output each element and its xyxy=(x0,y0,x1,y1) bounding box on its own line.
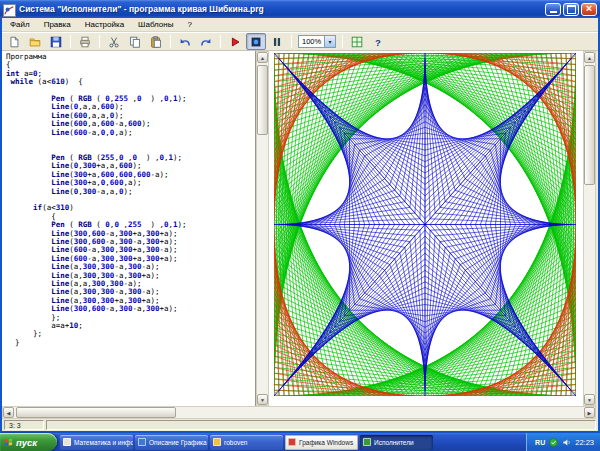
start-label: пуск xyxy=(16,437,37,448)
task-button-2[interactable]: roboven xyxy=(210,435,283,450)
menu-item-2[interactable]: Настройка xyxy=(78,19,131,30)
hscrollbar[interactable] xyxy=(2,406,596,419)
task-icon xyxy=(363,438,371,446)
task-icon xyxy=(63,438,71,446)
undo-button[interactable] xyxy=(175,33,195,50)
code-line: } xyxy=(6,339,255,347)
window-body: ФайлПравкаНастройкаШаблоны? 100%? Програ… xyxy=(2,18,598,431)
scrollbar-track[interactable] xyxy=(257,63,268,394)
menu-item-1[interactable]: Правка xyxy=(37,19,78,30)
scrollbar-thumb[interactable] xyxy=(584,65,595,185)
graphics-panel xyxy=(269,51,583,406)
code-line: }; xyxy=(6,330,255,338)
cursor-position: 3: 3 xyxy=(4,420,44,430)
task-button-1[interactable]: Описание Графика ... xyxy=(135,435,208,450)
menu-item-3[interactable]: Шаблоны xyxy=(131,19,180,30)
close-button[interactable] xyxy=(581,3,597,16)
curve-pass-blue xyxy=(274,53,576,396)
minimize-button[interactable] xyxy=(545,3,561,16)
task-button-3[interactable]: Графика Windows xyxy=(285,435,358,450)
task-icon xyxy=(138,438,146,446)
taskbar: пуск Математика и инфо...Описание График… xyxy=(0,433,600,451)
menubar: ФайлПравкаНастройкаШаблоны? xyxy=(2,18,598,32)
code-line: Line(0,300-a,a,0); xyxy=(6,188,255,196)
window-title: Система "Исполнители" - программа кривая… xyxy=(19,4,542,14)
toolbar: 100%? xyxy=(2,32,598,51)
language-indicator[interactable]: RU xyxy=(535,439,545,446)
help-button[interactable]: ? xyxy=(368,33,388,50)
canvas-vscrollbar[interactable] xyxy=(583,51,596,406)
tray-shield-icon[interactable] xyxy=(549,438,558,447)
code-line: while (a<610) { xyxy=(6,78,255,86)
client-area: Программа{int a=0; while (a<610) { Pen (… xyxy=(2,51,598,419)
zoom-value: 100% xyxy=(302,37,321,46)
screen: Система "Исполнители" - программа кривая… xyxy=(0,0,600,451)
toolbar-separator xyxy=(291,35,292,48)
task-label: Исполнители xyxy=(374,439,414,446)
scroll-down-icon[interactable] xyxy=(257,394,268,405)
scroll-up-icon[interactable] xyxy=(257,52,268,63)
scroll-down-icon[interactable] xyxy=(584,394,595,405)
svg-text:?: ? xyxy=(375,36,381,47)
redo-button[interactable] xyxy=(196,33,216,50)
code-line: { xyxy=(6,61,255,69)
scroll-right-icon[interactable] xyxy=(584,407,595,418)
code-line: a=a+10; xyxy=(6,322,255,330)
print-button[interactable] xyxy=(75,33,95,50)
task-buttons: Математика и инфо...Описание Графика ...… xyxy=(60,435,433,450)
cut-button[interactable] xyxy=(104,33,124,50)
status-fill xyxy=(46,420,596,430)
statusbar: 3: 3 xyxy=(2,419,598,431)
menu-item-0[interactable]: Файл xyxy=(3,19,37,30)
toolbar-separator xyxy=(70,35,71,48)
scrollbar-track[interactable] xyxy=(14,407,584,418)
task-button-4[interactable]: Исполнители xyxy=(360,435,433,450)
copy-button[interactable] xyxy=(125,33,145,50)
curve-drawing xyxy=(274,53,576,396)
start-button[interactable]: пуск xyxy=(0,433,57,451)
task-label: Описание Графика ... xyxy=(149,439,208,446)
code-line: Программа xyxy=(6,53,255,61)
menu-item-4[interactable]: ? xyxy=(180,19,198,30)
code-line: Line(600-a,0,0,a); xyxy=(6,129,255,137)
paste-button[interactable] xyxy=(146,33,166,50)
task-button-0[interactable]: Математика и инфо... xyxy=(60,435,133,450)
windows-flag-icon xyxy=(4,438,13,447)
task-label: roboven xyxy=(224,439,248,446)
app-window: Система "Исполнители" - программа кривая… xyxy=(0,0,600,433)
grid-button[interactable] xyxy=(347,33,367,50)
clock[interactable]: 22:23 xyxy=(575,438,594,447)
window-controls xyxy=(545,3,597,16)
scrollbar-thumb[interactable] xyxy=(16,407,176,418)
scrollbar-track[interactable] xyxy=(584,63,595,394)
task-icon xyxy=(288,438,296,446)
run-button[interactable] xyxy=(225,33,245,50)
pause-button[interactable] xyxy=(267,33,287,50)
titlebar[interactable]: Система "Исполнители" - программа кривая… xyxy=(0,0,600,18)
new-button[interactable] xyxy=(4,33,24,50)
zoom-select[interactable]: 100% xyxy=(298,35,336,48)
save-button[interactable] xyxy=(46,33,66,50)
scroll-left-icon[interactable] xyxy=(3,407,14,418)
tray-volume-icon[interactable] xyxy=(562,438,571,447)
task-icon xyxy=(213,438,221,446)
toolbar-separator xyxy=(170,35,171,48)
toolbar-separator xyxy=(99,35,100,48)
open-button[interactable] xyxy=(25,33,45,50)
scrollbar-thumb[interactable] xyxy=(257,65,268,135)
task-label: Математика и инфо... xyxy=(74,439,133,446)
editor-scrollbar[interactable] xyxy=(256,51,269,406)
toolbar-separator xyxy=(342,35,343,48)
task-label: Графика Windows xyxy=(299,439,353,446)
scroll-up-icon[interactable] xyxy=(584,52,595,63)
code-editor[interactable]: Программа{int a=0; while (a<610) { Pen (… xyxy=(2,51,256,406)
code-line xyxy=(6,137,255,145)
toolbar-separator xyxy=(220,35,221,48)
system-tray: RU 22:23 xyxy=(526,433,600,451)
app-icon xyxy=(3,3,16,16)
stop-button[interactable] xyxy=(246,33,266,50)
chevron-down-icon[interactable] xyxy=(324,36,335,47)
maximize-button[interactable] xyxy=(563,3,579,16)
